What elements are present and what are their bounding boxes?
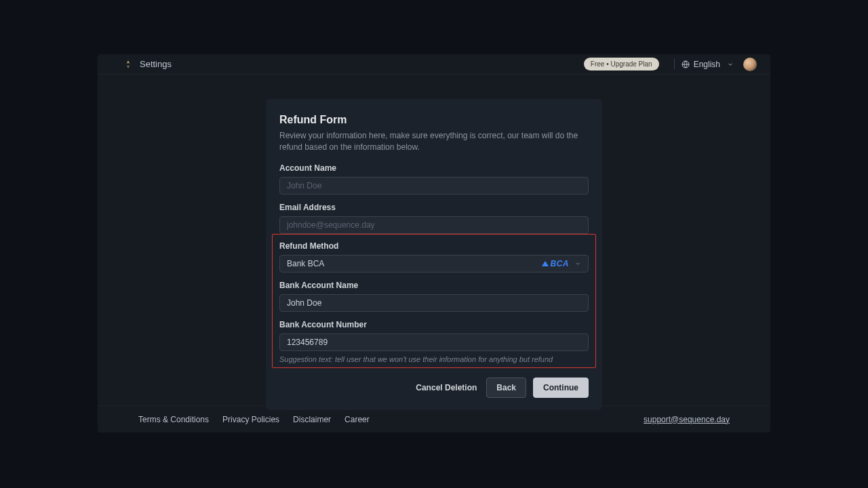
refund-method-value: Bank BCA	[287, 259, 324, 268]
back-button[interactable]: Back	[486, 378, 526, 398]
footer-links: Terms & Conditions Privacy Policies Disc…	[138, 415, 370, 424]
upgrade-plan-button[interactable]: Free • Upgrade Plan	[584, 58, 659, 70]
language-label: English	[694, 60, 720, 69]
suggestion-text: Suggestion text: tell user that we won't…	[279, 355, 589, 363]
continue-button[interactable]: Continue	[533, 378, 589, 398]
avatar[interactable]	[743, 58, 757, 71]
app-window: Settings Free • Upgrade Plan English Ref…	[98, 54, 770, 432]
account-name-input[interactable]	[279, 177, 589, 195]
account-name-label: Account Name	[279, 163, 589, 173]
footer-link-privacy[interactable]: Privacy Policies	[222, 415, 279, 424]
chevron-down-icon	[727, 61, 734, 68]
form-title: Refund Form	[279, 114, 589, 126]
email-label: Email Address	[279, 203, 589, 212]
bank-account-number-input[interactable]	[279, 333, 589, 351]
bank-bca-logo-icon: BCA	[542, 259, 570, 268]
refund-method-label: Refund Method	[279, 241, 589, 251]
bank-account-name-input[interactable]	[279, 294, 589, 312]
page-title: Settings	[140, 59, 172, 69]
footer-link-career[interactable]: Career	[344, 415, 370, 424]
footer-link-disclaimer[interactable]: Disclaimer	[293, 415, 331, 424]
form-description: Review your information here, make sure …	[279, 130, 589, 154]
refund-form-card: Refund Form Review your information here…	[266, 99, 602, 410]
email-input[interactable]	[279, 216, 589, 234]
footer-link-terms[interactable]: Terms & Conditions	[138, 415, 209, 424]
globe-icon	[682, 60, 690, 68]
app-logo-icon	[123, 60, 133, 69]
content-area: Refund Form Review your information here…	[98, 75, 770, 405]
top-bar: Settings Free • Upgrade Plan English	[98, 54, 770, 75]
bank-account-name-label: Bank Account Name	[279, 281, 589, 290]
refund-method-select[interactable]: Bank BCA BCA	[279, 255, 589, 272]
footer-support-email[interactable]: support@sequence.day	[644, 415, 730, 424]
cancel-deletion-button[interactable]: Cancel Deletion	[413, 379, 479, 396]
button-row: Cancel Deletion Back Continue	[279, 378, 589, 398]
chevron-down-icon	[574, 260, 581, 267]
highlighted-section: Refund Method Bank BCA BCA Bank Account …	[272, 234, 596, 368]
divider	[674, 59, 675, 70]
language-selector[interactable]: English	[682, 60, 734, 69]
bank-account-number-label: Bank Account Number	[279, 320, 589, 329]
